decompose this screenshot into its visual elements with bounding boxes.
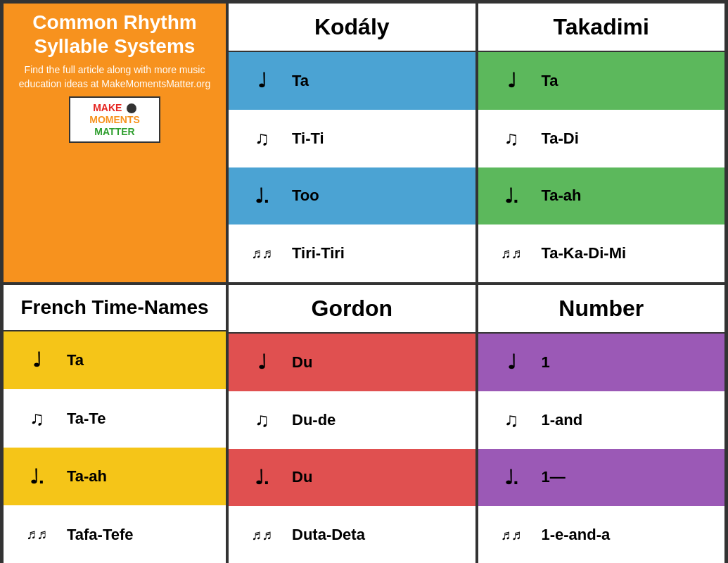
note-eighth-f1: ♫ bbox=[18, 407, 56, 430]
note-eighth-1: ♫ bbox=[243, 127, 281, 150]
gordon-rows: ♩ Du ♫ Du-de ♩. Du ♬♬ Duta-Deta bbox=[229, 334, 475, 563]
logo-moments: MOMENTS bbox=[76, 114, 153, 126]
note-dotted-g1: ♩. bbox=[243, 466, 281, 489]
kodaly-header: Kodály bbox=[229, 4, 475, 52]
number-syllable-1: 1 bbox=[542, 353, 550, 372]
number-cell: Number ♩ 1 ♫ 1-and ♩. 1— ♬♬ 1-e-and-a bbox=[477, 284, 727, 563]
note-quarter-f1: ♩ bbox=[18, 348, 56, 372]
kodaly-syllable-2: Ti-Ti bbox=[292, 129, 324, 148]
kodaly-syllable-3: Too bbox=[292, 186, 319, 205]
number-header: Number bbox=[478, 285, 725, 334]
gordon-syllable-2: Du-de bbox=[292, 411, 336, 429]
note-sixteenth-t1: ♬♬ bbox=[492, 246, 531, 262]
number-row-1: ♩ 1 bbox=[478, 334, 725, 391]
takadimi-row-2: ♫ Ta-Di bbox=[478, 110, 725, 167]
note-sixteenth-f1: ♬♬ bbox=[18, 526, 56, 543]
kodaly-syllable-4: Tiri-Tiri bbox=[292, 244, 345, 262]
note-quarter-t1: ♩ bbox=[492, 69, 531, 92]
main-title: Common Rhythm Syllable Systems bbox=[14, 11, 215, 58]
french-row-4: ♬♬ Tafa-Tefe bbox=[4, 505, 226, 563]
takadimi-rows: ♩ Ta ♫ Ta-Di ♩. Ta-ah ♬♬ Ta-Ka-Di-Mi bbox=[478, 52, 725, 282]
gordon-syllable-1: Du bbox=[292, 353, 312, 372]
logo-box: MAKE MOMENTS MATTER bbox=[69, 96, 160, 143]
gordon-row-2: ♫ Du-de bbox=[229, 391, 475, 449]
takadimi-syllable-3: Ta-ah bbox=[542, 186, 582, 205]
number-rows: ♩ 1 ♫ 1-and ♩. 1— ♬♬ 1-e-and-a bbox=[478, 334, 725, 563]
note-eighth-t1: ♫ bbox=[492, 127, 531, 150]
gordon-row-1: ♩ Du bbox=[229, 334, 475, 391]
takadimi-cell: Takadimi ♩ Ta ♫ Ta-Di ♩. Ta-ah ♬♬ Ta-Ka-… bbox=[477, 2, 727, 284]
french-syllable-1: Ta bbox=[67, 351, 84, 369]
takadimi-row-1: ♩ Ta bbox=[478, 52, 725, 110]
main-grid: Common Rhythm Syllable Systems Find the … bbox=[0, 0, 728, 563]
french-row-3: ♩. Ta-ah bbox=[4, 448, 226, 506]
logo-matter: MATTER bbox=[76, 126, 153, 138]
french-syllable-4: Tafa-Tefe bbox=[67, 526, 134, 544]
note-sixteenth-g1: ♬♬ bbox=[243, 527, 281, 543]
subtitle-text: Find the full article along with more mu… bbox=[14, 63, 215, 91]
logo-make: MAKE bbox=[93, 102, 122, 113]
gordon-header: Gordon bbox=[229, 285, 475, 334]
french-rows: ♩ Ta ♫ Ta-Te ♩. Ta-ah ♬♬ Tafa-Tefe bbox=[4, 331, 226, 563]
note-dotted-f1: ♩. bbox=[18, 465, 56, 488]
french-row-2: ♫ Ta-Te bbox=[4, 389, 226, 448]
kodaly-row-4: ♬♬ Tiri-Tiri bbox=[229, 224, 475, 282]
logo-icon bbox=[127, 103, 136, 113]
gordon-row-4: ♬♬ Duta-Deta bbox=[229, 506, 475, 563]
french-syllable-3: Ta-ah bbox=[67, 467, 107, 486]
note-sixteenth-1: ♬♬ bbox=[243, 246, 281, 262]
gordon-syllable-3: Du bbox=[292, 468, 312, 486]
number-row-4: ♬♬ 1-e-and-a bbox=[478, 506, 725, 563]
note-dotted-1: ♩. bbox=[243, 184, 281, 208]
takadimi-syllable-4: Ta-Ka-Di-Mi bbox=[542, 244, 627, 262]
number-row-3: ♩. 1— bbox=[478, 449, 725, 507]
note-eighth-g1: ♫ bbox=[243, 409, 281, 431]
kodaly-rows: ♩ Ta ♫ Ti-Ti ♩. Too ♬♬ Tiri-Tiri bbox=[229, 52, 475, 282]
takadimi-syllable-2: Ta-Di bbox=[542, 129, 579, 148]
takadimi-row-4: ♬♬ Ta-Ka-Di-Mi bbox=[478, 224, 725, 282]
gordon-syllable-4: Duta-Deta bbox=[292, 526, 365, 544]
french-row-1: ♩ Ta bbox=[4, 331, 226, 390]
kodaly-syllable-1: Ta bbox=[292, 72, 309, 90]
title-cell: Common Rhythm Syllable Systems Find the … bbox=[2, 2, 227, 284]
takadimi-header: Takadimi bbox=[478, 4, 725, 52]
takadimi-syllable-1: Ta bbox=[542, 72, 558, 90]
number-syllable-2: 1-and bbox=[542, 411, 583, 429]
kodaly-cell: Kodály ♩ Ta ♫ Ti-Ti ♩. Too ♬♬ Tiri-Tiri bbox=[227, 2, 477, 284]
french-header: French Time-Names bbox=[4, 285, 226, 331]
takadimi-row-3: ♩. Ta-ah bbox=[478, 167, 725, 225]
kodaly-row-3: ♩. Too bbox=[229, 167, 475, 225]
note-sixteenth-n1: ♬♬ bbox=[492, 527, 531, 543]
note-dotted-n1: ♩. bbox=[492, 466, 531, 489]
number-row-2: ♫ 1-and bbox=[478, 391, 725, 449]
note-quarter-1: ♩ bbox=[243, 69, 281, 92]
french-cell: French Time-Names ♩ Ta ♫ Ta-Te ♩. Ta-ah … bbox=[2, 284, 227, 563]
gordon-cell: Gordon ♩ Du ♫ Du-de ♩. Du ♬♬ Duta-Deta bbox=[227, 284, 477, 563]
kodaly-row-2: ♫ Ti-Ti bbox=[229, 110, 475, 167]
note-eighth-n1: ♫ bbox=[492, 409, 531, 431]
french-syllable-2: Ta-Te bbox=[67, 410, 106, 428]
note-dotted-t1: ♩. bbox=[492, 184, 531, 208]
note-quarter-n1: ♩ bbox=[492, 350, 531, 374]
number-syllable-4: 1-e-and-a bbox=[542, 526, 611, 544]
kodaly-row-1: ♩ Ta bbox=[229, 52, 475, 110]
gordon-row-3: ♩. Du bbox=[229, 449, 475, 507]
number-syllable-3: 1— bbox=[542, 468, 566, 486]
note-quarter-g1: ♩ bbox=[243, 350, 281, 374]
